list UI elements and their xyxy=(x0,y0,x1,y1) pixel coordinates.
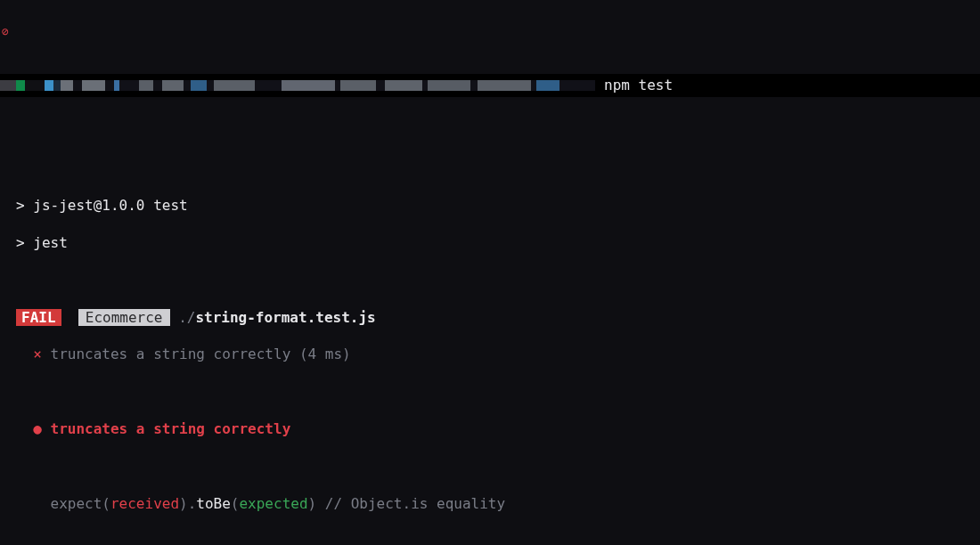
terminal-output[interactable]: > js-jest@1.0.0 test > jest FAIL Ecommer… xyxy=(0,171,980,545)
error-gutter-icon: ⊘ xyxy=(2,25,9,40)
jest-invoke-line: > jest xyxy=(16,234,964,253)
test-file-name: string-format.test.js xyxy=(195,309,375,326)
window-titlebar: npm test xyxy=(0,74,980,97)
matcher-line: expect(received).toBe(expected) // Objec… xyxy=(16,495,964,514)
suite-name-badge: Ecommerce xyxy=(78,309,170,326)
suite-header: FAIL Ecommerce ./string-format.test.js xyxy=(16,309,964,328)
test-result-line: × truncates a string correctly (4 ms) xyxy=(16,346,964,364)
titlebar-pattern xyxy=(0,79,595,92)
fail-mark-icon: × xyxy=(33,346,42,362)
bullet-icon: ● xyxy=(33,420,42,437)
failing-test-header: ● truncates a string correctly xyxy=(16,420,964,439)
npm-script-line: > js-jest@1.0.0 test xyxy=(16,197,964,216)
fail-badge: FAIL xyxy=(16,309,61,326)
titlebar-command: npm test xyxy=(604,77,673,95)
